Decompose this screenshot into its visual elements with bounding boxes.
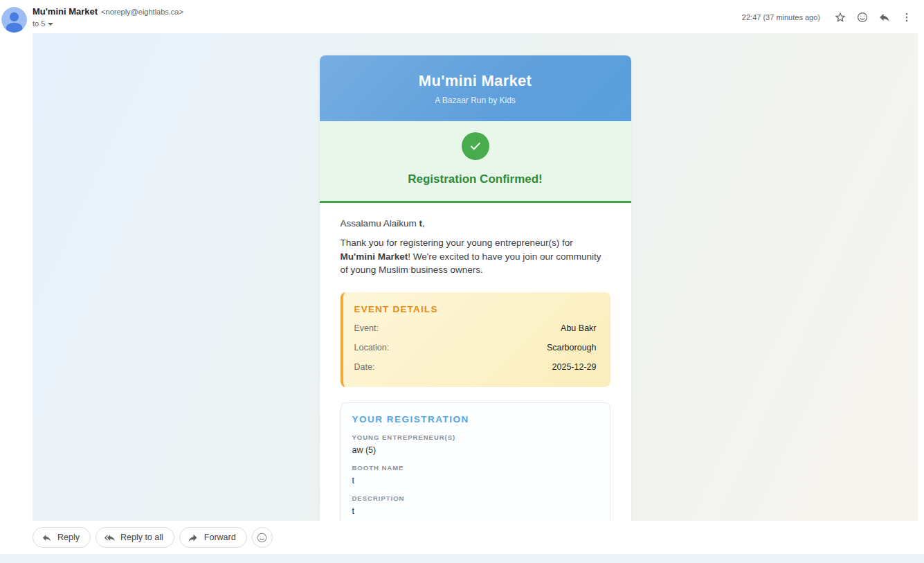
greeting-suffix: , xyxy=(422,218,425,229)
event-row: Date: 2025-12-29 xyxy=(354,357,597,377)
confirmation-banner: Registration Confirmed! xyxy=(320,121,631,203)
sender-email: <noreply@eightlabs.ca> xyxy=(101,8,183,16)
timestamp: 22:47 (37 minutes ago) xyxy=(742,13,820,21)
header-actions: 22:47 (37 minutes ago) xyxy=(742,6,916,26)
email-card: Mu'mini Market A Bazaar Run by Kids Regi… xyxy=(320,55,631,521)
forward-label: Forward xyxy=(204,533,236,542)
event-row-label: Location: xyxy=(354,343,390,352)
reply-action-bar: Reply Reply to all Forward xyxy=(0,521,924,554)
event-row-value: Scarborough xyxy=(547,343,597,352)
recipients-label: to 5 xyxy=(33,19,45,28)
person-icon xyxy=(1,7,27,33)
avatar[interactable] xyxy=(1,7,27,33)
checkmark-icon xyxy=(468,138,483,154)
registration-field-label: YOUNG ENTREPRENEUR(S) xyxy=(352,434,596,441)
forward-icon xyxy=(188,533,199,543)
registration-field: DESCRIPTION t xyxy=(352,494,596,516)
intro-part1: Thank you for registering your young ent… xyxy=(341,238,573,248)
registration-title: YOUR REGISTRATION xyxy=(352,414,596,425)
event-details-title: EVENT DETAILS xyxy=(354,304,597,314)
recipients-toggle[interactable]: to 5 xyxy=(33,19,53,28)
event-details-box: EVENT DETAILS Event: Abu Bakr Location: … xyxy=(341,292,610,387)
chevron-down-icon xyxy=(48,23,53,26)
greeting: Assalamu Alaikum t, xyxy=(341,218,610,229)
more-options-button[interactable] xyxy=(898,8,916,26)
registration-field-label: BOOTH NAME xyxy=(352,464,596,472)
email-view: Mu'mini Market <noreply@eightlabs.ca> to… xyxy=(0,0,924,563)
registration-field-value: t xyxy=(352,506,596,516)
star-button[interactable] xyxy=(831,8,849,26)
registration-field-value: aw (5) xyxy=(352,445,596,455)
reply-icon xyxy=(878,11,891,24)
event-row-value: 2025-12-29 xyxy=(552,362,597,372)
reply-label: Reply xyxy=(57,533,80,542)
brand-header: Mu'mini Market A Bazaar Run by Kids xyxy=(320,55,631,121)
email-content: Assalamu Alaikum t, Thank you for regist… xyxy=(320,203,631,521)
event-row: Location: Scarborough xyxy=(354,338,597,357)
brand-subtitle: A Bazaar Run by Kids xyxy=(435,96,516,105)
registration-field-value: t xyxy=(352,476,596,485)
confirmation-title: Registration Confirmed! xyxy=(320,172,631,186)
registration-field: YOUNG ENTREPRENEUR(S) aw (5) xyxy=(352,434,596,455)
check-circle xyxy=(462,132,489,160)
reply-icon xyxy=(42,533,52,543)
reply-all-button[interactable]: Reply to all xyxy=(96,527,174,548)
registration-box: YOUR REGISTRATION YOUNG ENTREPRENEUR(S) … xyxy=(341,402,610,521)
sender-name: Mu'mini Market xyxy=(33,6,98,17)
emoji-reaction-button[interactable] xyxy=(853,8,871,26)
message-header: Mu'mini Market <noreply@eightlabs.ca> to… xyxy=(0,0,924,33)
smiley-icon xyxy=(856,11,869,24)
event-row: Event: Abu Bakr xyxy=(354,319,597,338)
registration-field-label: DESCRIPTION xyxy=(352,494,596,502)
forward-button[interactable]: Forward xyxy=(179,527,247,548)
footer-strip xyxy=(0,554,924,563)
reply-all-icon xyxy=(105,533,115,543)
registration-field: BOOTH NAME t xyxy=(352,464,596,485)
brand-title: Mu'mini Market xyxy=(419,72,532,90)
intro-paragraph: Thank you for registering your young ent… xyxy=(341,236,610,277)
emoji-reply-button[interactable] xyxy=(252,527,273,548)
intro-bold: Mu'mini Market xyxy=(341,251,408,262)
sender-line: Mu'mini Market <noreply@eightlabs.ca> xyxy=(33,6,742,17)
email-body-area[interactable]: Mu'mini Market A Bazaar Run by Kids Regi… xyxy=(33,33,918,521)
reply-all-label: Reply to all xyxy=(120,533,163,542)
greeting-prefix: Assalamu Alaikum xyxy=(341,218,419,229)
more-vertical-icon xyxy=(900,11,913,24)
reply-button-header[interactable] xyxy=(876,8,894,26)
event-row-label: Date: xyxy=(354,362,375,372)
sender-block: Mu'mini Market <noreply@eightlabs.ca> to… xyxy=(33,6,742,29)
star-icon xyxy=(834,11,846,24)
event-row-value: Abu Bakr xyxy=(561,323,596,333)
smiley-icon xyxy=(256,532,268,544)
reply-button[interactable]: Reply xyxy=(33,527,91,548)
event-row-label: Event: xyxy=(354,323,379,333)
